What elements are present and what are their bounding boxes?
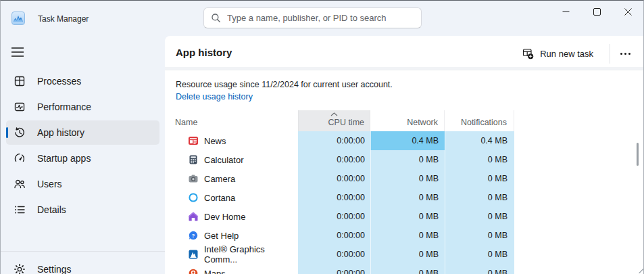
close-button[interactable] [612,1,643,22]
sort-ascending-icon [298,112,370,116]
search-icon [211,13,221,23]
calculator-app-icon [188,154,199,165]
sidebar-item-label: Users [37,179,62,189]
resize-grip-icon [638,268,643,273]
performance-icon [13,100,26,114]
run-new-task-label: Run new task [540,49,593,59]
network-cell: 0 MB [370,150,445,169]
notifications-cell: 0 MB [445,207,514,226]
table-row[interactable]: Calculator0:00:000 MB0 MB [165,150,644,169]
app-name-cell: Cortana [165,188,298,207]
app-name-cell: Camera [165,169,298,188]
more-options-button[interactable] [614,43,637,64]
notifications-cell: 0 MB [445,245,514,264]
users-icon [13,177,26,191]
cpu-time-cell: 0:00:00 [298,169,370,188]
selection-accent-bar [6,127,8,138]
notifications-cell: 0 MB [445,150,514,169]
search-box[interactable] [203,7,422,28]
gethelp-app-icon: ? [188,230,199,241]
notifications-cell: 0.4 MB [445,131,514,150]
sidebar-item-details[interactable]: Details [6,198,159,222]
search-input[interactable] [227,13,414,23]
task-manager-logo-icon [11,12,25,25]
network-cell: 0 MB [370,264,445,274]
sidebar-item-label: Startup apps [37,153,91,164]
sidebar-divider [1,251,165,252]
column-header-network[interactable]: Network [370,110,445,131]
sidebar-item-label: Processes [37,76,81,87]
app-history-panel: App history Run new task Resource usage … [165,36,644,274]
table-row[interactable]: News0:00:000.4 MB0.4 MB [165,131,644,150]
column-header-notifications[interactable]: Notifications [445,110,514,131]
page-title: App history [176,47,232,58]
network-cell: 0 MB [370,245,445,264]
app-name-cell: Dev Home [165,207,298,226]
maximize-button[interactable] [581,1,612,22]
app-name-label: Cortana [204,193,235,203]
table-row[interactable]: Dev Home0:00:000 MB0 MB [165,207,644,226]
news-app-icon [188,135,199,146]
notifications-cell: 0 MB [445,264,514,274]
network-cell: 0 MB [370,207,445,226]
toolbar-divider [610,44,610,64]
network-cell: 0 MB [370,226,445,245]
cortana-app-icon [188,192,199,203]
header-divider-band [165,67,644,70]
maximize-icon [593,8,601,16]
more-options-icon [620,53,622,55]
gear-icon [13,262,26,274]
menu-toggle-button[interactable] [5,40,30,64]
notifications-cell: 0 MB [445,188,514,207]
app-name-cell: ?Get Help [165,226,298,245]
app-name-cell: Intel® Graphics Comm... [165,245,298,264]
app-name-cell: Maps [165,264,298,274]
sidebar-item-settings[interactable]: Settings [6,257,159,274]
app-name-label: Maps [204,269,226,274]
cpu-time-cell: 0:00:00 [298,264,370,274]
cpu-time-cell: 0:00:00 [298,150,370,169]
cpu-time-cell: 0:00:00 [298,207,370,226]
app-name-label: Dev Home [204,212,245,222]
intel-app-icon [188,249,199,260]
sidebar-item-label: App history [37,127,84,138]
close-icon [624,8,632,16]
hamburger-icon [11,47,24,57]
notifications-cell: 0 MB [445,169,514,188]
sidebar-item-processes[interactable]: Processes [6,69,159,93]
app-name-label: Calculator [204,155,244,165]
network-cell: 0.4 MB [370,131,445,150]
app-name-label: News [204,136,226,146]
vertical-scrollbar[interactable] [637,143,639,166]
minimize-button[interactable] [550,1,581,22]
table-row[interactable]: Camera0:00:000 MB0 MB [165,169,644,188]
column-header-name[interactable]: Name [165,110,298,131]
history-icon [13,126,26,139]
notifications-cell: 0 MB [445,226,514,245]
network-cell: 0 MB [370,188,445,207]
camera-app-icon [188,173,199,184]
startup-icon [13,152,26,165]
table-row[interactable]: Intel® Graphics Comm...0:00:000 MB0 MB [165,245,644,264]
sidebar-item-label: Details [37,204,66,215]
run-new-task-button[interactable]: Run new task [516,43,600,64]
app-name-label: Get Help [204,231,239,241]
sidebar-item-performance[interactable]: Performance [6,95,159,119]
table-row[interactable]: Maps0:00:000 MB0 MB [165,264,644,274]
sidebar-item-startup-apps[interactable]: Startup apps [6,146,159,170]
table-row[interactable]: Cortana0:00:000 MB0 MB [165,188,644,207]
network-cell: 0 MB [370,169,445,188]
titlebar: Task Manager [1,1,643,36]
table-body: News0:00:000.4 MB0.4 MBCalculator0:00:00… [165,131,644,274]
window-title: Task Manager [38,14,89,24]
sidebar-item-users[interactable]: Users [6,172,159,196]
run-new-task-icon [522,48,534,60]
delete-usage-history-link[interactable]: Delete usage history [176,92,253,101]
table-row[interactable]: ?Get Help0:00:000 MB0 MB [165,226,644,245]
sidebar-nav: Processes Performance App history [1,68,165,223]
minimize-icon [562,8,570,16]
sidebar-item-app-history[interactable]: App history [6,120,159,145]
cpu-time-cell: 0:00:00 [298,226,370,245]
details-icon [13,203,26,216]
sidebar-item-label: Settings [37,264,72,274]
